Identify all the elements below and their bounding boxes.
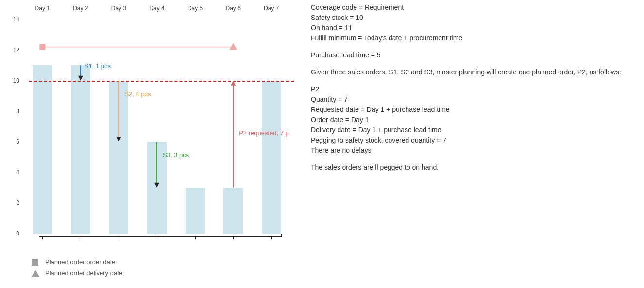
legend-label: Planned order order date (45, 258, 116, 266)
legend-order-date: Planned order order date (32, 258, 122, 266)
arrow-label-s1: S1, 1 pcs (85, 62, 111, 70)
planned-order-date-marker (39, 44, 45, 50)
legend-delivery-date: Planned order delivery date (32, 270, 122, 277)
chart-plot: Day 1Day 2Day 3Day 4Day 5Day 6Day 702468… (10, 5, 301, 238)
square-icon (32, 259, 38, 266)
info-line: Requested date = Day 1 + purchase lead t… (311, 105, 621, 115)
info-line: Fulfill minimum = Today's date + procure… (311, 33, 621, 43)
chart-legend: Planned order order date Planned order d… (32, 258, 122, 281)
arrow-label-s3: S3, 3 pcs (163, 151, 189, 159)
info-line: On hand = 11 (311, 23, 621, 33)
arrow-label-s2: S2, 4 pcs (124, 90, 151, 98)
info-line: Given three sales orders, S1, S2 and S3,… (311, 67, 621, 77)
info-line: Order date = Day 1 (311, 115, 621, 125)
info-line: There are no delays (311, 145, 621, 156)
info-line: Purchase lead time = 5 (311, 50, 621, 60)
chart-area: Day 1Day 2Day 3Day 4Day 5Day 6Day 702468… (0, 0, 308, 288)
info-line: The sales orders are ll pegged to on han… (311, 162, 621, 173)
info-line: Coverage code = Requirement (311, 2, 621, 13)
main-container: Day 1Day 2Day 3Day 4Day 5Day 6Day 702468… (0, 0, 644, 288)
svg-marker-6 (154, 183, 159, 188)
info-panel: Coverage code = Requirement Safety stock… (308, 0, 621, 288)
info-line: P2 (311, 84, 621, 94)
info-line: Delivery date = Day 1 + purchase lead ti… (311, 125, 621, 135)
legend-label: Planned order delivery date (45, 270, 122, 277)
info-line: Pegging to safety stock, covered quantit… (311, 135, 621, 145)
triangle-icon (32, 270, 39, 277)
chart-overlay (10, 5, 301, 238)
arrow-label-p2: P2 requested, 7 p (239, 129, 289, 137)
planned-delivery-date-marker (229, 43, 237, 50)
info-line: Safety stock = 10 (311, 13, 621, 23)
info-line: Quantity = 7 (311, 94, 621, 105)
svg-marker-4 (116, 137, 121, 142)
svg-marker-8 (231, 81, 236, 86)
svg-marker-2 (78, 76, 83, 81)
